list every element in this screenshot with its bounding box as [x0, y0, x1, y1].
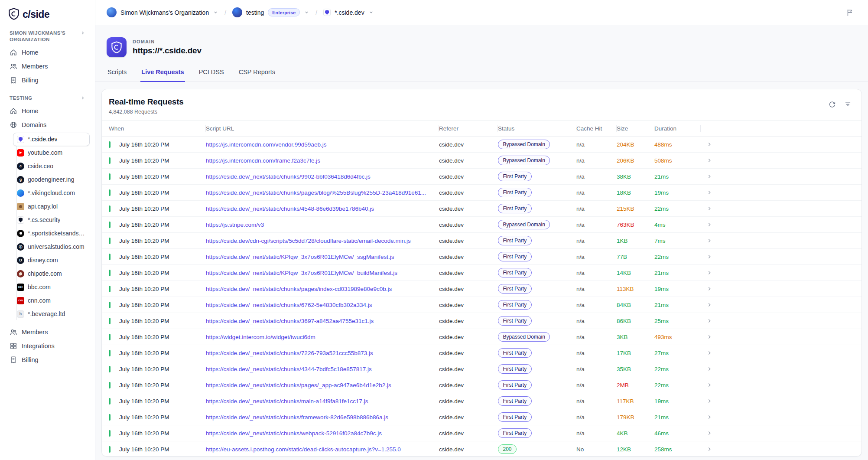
script-url-link[interactable]: https://cside.dev/_next/static/chunks/fr…	[206, 414, 439, 421]
row-expand-chevron-icon[interactable]	[701, 430, 718, 436]
table-row[interactable]: July 16th 10:20 PM https://cside.dev/_ne…	[102, 169, 861, 185]
script-url-link[interactable]: https://cside.dev/_next/static/chunks/99…	[206, 173, 439, 180]
row-expand-chevron-icon[interactable]	[701, 366, 718, 372]
script-url-link[interactable]: https://cside.dev/_next/static/chunks/ma…	[206, 398, 439, 405]
row-expand-chevron-icon[interactable]	[701, 350, 718, 356]
live-pulse-icon	[109, 173, 119, 180]
table-row[interactable]: July 16th 10:20 PM https://cside.dev/_ne…	[102, 249, 861, 265]
tab-live-requests[interactable]: Live Requests	[140, 64, 185, 82]
script-url-link[interactable]: https://js.intercomcdn.com/frame.f2a3c7f…	[206, 157, 439, 164]
table-row[interactable]: July 16th 10:20 PM https://js.intercomcd…	[102, 137, 861, 153]
sidebar-domain-item[interactable]: goodengineer.ing	[13, 173, 90, 186]
refresh-button[interactable]	[825, 97, 839, 111]
row-expand-chevron-icon[interactable]	[701, 270, 718, 276]
sidebar-item-testing-home[interactable]: Home	[5, 104, 90, 118]
sidebar-domain-item[interactable]: api.capy.lol	[13, 200, 90, 213]
breadcrumb-org[interactable]: Simon Wijckmans's Organization	[107, 7, 218, 17]
cell-cache-hit: n/a	[576, 222, 617, 228]
table-row[interactable]: July 16th 10:20 PM https://cside.dev/_ne…	[102, 345, 861, 361]
breadcrumb-project[interactable]: testing Enterprise	[232, 7, 309, 17]
row-expand-chevron-icon[interactable]	[701, 286, 718, 292]
script-url-link[interactable]: https://cside.dev/_next/static/chunks/pa…	[206, 286, 439, 292]
script-url-link[interactable]: https://cside.dev/_next/static/KPIqw_3x7…	[206, 270, 439, 276]
table-row[interactable]: July 16th 10:20 PM https://js.stripe.com…	[102, 217, 861, 233]
script-url-link[interactable]: https://cside.dev/_next/static/chunks/72…	[206, 350, 439, 356]
cell-when: July 16th 10:20 PM	[119, 446, 206, 453]
row-expand-chevron-icon[interactable]	[701, 398, 718, 404]
sidebar-domain-item[interactable]: cnn.com	[13, 294, 90, 307]
row-expand-chevron-icon[interactable]	[701, 254, 718, 260]
sidebar-domain-item[interactable]: universalstudios.com	[13, 240, 90, 254]
sidebar-item-integrations[interactable]: Integrations	[5, 339, 90, 353]
script-url-link[interactable]: https://js.stripe.com/v3	[206, 222, 439, 228]
sidebar-domain-item[interactable]: disney.com	[13, 254, 90, 267]
sidebar-domain-item[interactable]: *.vikingcloud.com	[13, 186, 90, 200]
breadcrumb-domain[interactable]: *.cside.dev	[323, 9, 374, 16]
table-row[interactable]: July 16th 10:20 PM https://cside.dev/_ne…	[102, 377, 861, 393]
sidebar-section-testing[interactable]: TESTING	[5, 92, 90, 104]
tab-csp-reports[interactable]: CSP Reports	[238, 64, 276, 82]
table-row[interactable]: July 16th 10:20 PM https://cside.dev/_ne…	[102, 361, 861, 377]
row-expand-chevron-icon[interactable]	[701, 414, 718, 420]
script-url-link[interactable]: https://cside.dev/_next/static/chunks/pa…	[206, 189, 439, 196]
row-expand-chevron-icon[interactable]	[701, 334, 718, 340]
sidebar-domain-item[interactable]: *.cs.security	[13, 213, 90, 227]
row-expand-chevron-icon[interactable]	[701, 238, 718, 244]
script-url-link[interactable]: https://cside.dev/_next/static/chunks/45…	[206, 206, 439, 212]
row-expand-chevron-icon[interactable]	[701, 222, 718, 228]
table-row[interactable]: July 16th 10:20 PM https://cside.dev/_ne…	[102, 185, 861, 201]
table-row[interactable]: July 16th 10:20 PM https://cside.dev/_ne…	[102, 265, 861, 281]
row-expand-chevron-icon[interactable]	[701, 173, 718, 179]
sidebar-section-org[interactable]: SIMON WIJCKMANS'S ORGANIZATION	[5, 27, 90, 46]
sidebar-item-label: Home	[22, 49, 39, 56]
table-row[interactable]: July 16th 10:20 PM https://cside.dev/_ne…	[102, 297, 861, 313]
script-url-link[interactable]: https://cside.dev/_next/static/chunks/pa…	[206, 382, 439, 388]
table-row[interactable]: July 16th 10:20 PM https://js.intercomcd…	[102, 153, 861, 169]
table-row[interactable]: July 16th 10:20 PM https://cside.dev/_ne…	[102, 409, 861, 425]
sidebar-domain-item[interactable]: cside.ceo	[13, 160, 90, 173]
row-expand-chevron-icon[interactable]	[701, 189, 718, 196]
script-url-link[interactable]: https://cside.dev/_next/static/chunks/67…	[206, 302, 439, 308]
table-row[interactable]: July 16th 10:20 PM https://cside.dev/_ne…	[102, 425, 861, 441]
sidebar-domain-item[interactable]: chipotle.com	[13, 267, 90, 281]
table-row[interactable]: July 16th 10:20 PM https://cside.dev/cdn…	[102, 233, 861, 249]
tab-pci-dss[interactable]: PCI DSS	[198, 64, 225, 82]
filter-button[interactable]	[841, 97, 855, 111]
tab-scripts[interactable]: Scripts	[107, 64, 127, 82]
row-expand-chevron-icon[interactable]	[701, 157, 718, 163]
sidebar-item-home[interactable]: Home	[5, 46, 90, 59]
table-row[interactable]: July 16th 10:20 PM https://cside.dev/_ne…	[102, 201, 861, 217]
table-row[interactable]: July 16th 10:20 PM https://cside.dev/_ne…	[102, 281, 861, 297]
table-row[interactable]: July 16th 10:20 PM https://cside.dev/_ne…	[102, 393, 861, 409]
sidebar-domain-item[interactable]: bbc.com	[13, 281, 90, 294]
row-expand-chevron-icon[interactable]	[701, 318, 718, 324]
script-url-link[interactable]: https://cside.dev/_next/static/KPIqw_3x7…	[206, 254, 439, 260]
table-row[interactable]: July 16th 10:20 PM https://eu-assets.i.p…	[102, 441, 861, 456]
sidebar-domain-item[interactable]: *.beverage.ltd	[13, 307, 90, 321]
users-icon	[10, 328, 17, 336]
script-url-link[interactable]: https://js.intercomcdn.com/vendor.99d59a…	[206, 141, 439, 148]
row-expand-chevron-icon[interactable]	[701, 446, 718, 452]
script-url-link[interactable]: https://eu-assets.i.posthog.com/static/d…	[206, 446, 439, 453]
row-expand-chevron-icon[interactable]	[701, 141, 718, 147]
feedback-flag-button[interactable]	[843, 6, 857, 20]
row-expand-chevron-icon[interactable]	[701, 302, 718, 308]
script-url-link[interactable]: https://widget.intercom.io/widget/twuci6…	[206, 334, 439, 340]
sidebar-item-members[interactable]: Members	[5, 59, 90, 73]
sidebar-item-billing-bottom[interactable]: Billing	[5, 353, 90, 367]
row-expand-chevron-icon[interactable]	[701, 382, 718, 388]
table-row[interactable]: July 16th 10:20 PM https://cside.dev/_ne…	[102, 313, 861, 329]
brand-logo[interactable]: c/side	[5, 5, 90, 27]
row-expand-chevron-icon[interactable]	[701, 206, 718, 212]
table-row[interactable]: July 16th 10:20 PM https://widget.interc…	[102, 329, 861, 345]
script-url-link[interactable]: https://cside.dev/cdn-cgi/scripts/5c5dd7…	[206, 238, 439, 244]
sidebar-domain-item[interactable]: *.cside.dev	[13, 133, 90, 146]
script-url-link[interactable]: https://cside.dev/_next/static/chunks/36…	[206, 318, 439, 324]
sidebar-domain-item[interactable]: youtube.com	[13, 146, 90, 160]
sidebar-domain-item[interactable]: *.sportsticketsandstu...	[13, 227, 90, 240]
sidebar-item-billing[interactable]: Billing	[5, 73, 90, 87]
sidebar-item-domains[interactable]: Domains	[5, 118, 90, 132]
script-url-link[interactable]: https://cside.dev/_next/static/chunks/43…	[206, 366, 439, 372]
sidebar-item-members-bottom[interactable]: Members	[5, 325, 90, 339]
script-url-link[interactable]: https://cside.dev/_next/static/chunks/we…	[206, 430, 439, 437]
